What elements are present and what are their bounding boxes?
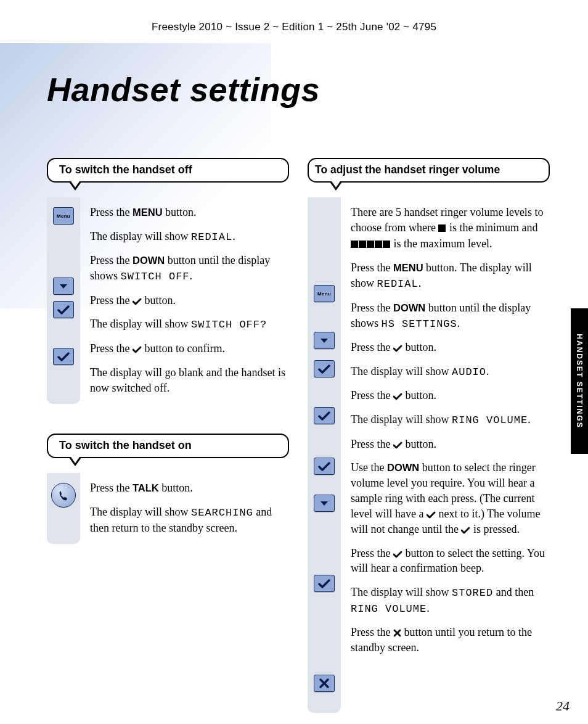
check-button-icon xyxy=(314,575,335,592)
check-button-icon xyxy=(314,360,335,377)
check-icon xyxy=(393,551,402,558)
step-text: Press the TALK button. The display will … xyxy=(80,473,289,544)
menu-button-icon: Menu xyxy=(53,207,74,224)
check-icon xyxy=(133,298,142,305)
callout-pointer-icon xyxy=(69,182,81,191)
section-switch-off: To switch the handset off Menu Press the… xyxy=(47,158,289,404)
section-title: To switch the handset on xyxy=(47,434,289,458)
cross-icon xyxy=(393,629,401,637)
down-button-icon xyxy=(314,495,335,512)
step-text: There are 5 handset ringer volume levels… xyxy=(341,197,550,713)
check-icon xyxy=(393,393,402,400)
side-thumb-tab: HANDSET SETTINGS xyxy=(571,308,588,454)
button-gutter xyxy=(47,473,80,544)
check-icon xyxy=(427,511,436,519)
button-gutter: Menu xyxy=(308,197,341,713)
cross-button-icon xyxy=(314,675,335,692)
section-switch-on: To switch the handset on Press the TALK … xyxy=(47,434,289,544)
section-title: To switch the handset off xyxy=(47,158,289,183)
side-tab-label: HANDSET SETTINGS xyxy=(575,334,584,428)
menu-button-icon: Menu xyxy=(314,285,335,302)
check-button-icon xyxy=(314,407,335,424)
page-title: Handset settings xyxy=(47,70,588,109)
callout-pointer-icon xyxy=(69,458,81,466)
page-header: Freestyle 2010 ~ Issue 2 ~ Edition 1 ~ 2… xyxy=(0,0,588,33)
section-title: To adjust the handset ringer volume xyxy=(308,158,550,183)
check-button-icon xyxy=(53,301,74,318)
volume-max-icon xyxy=(351,237,391,252)
page-number: 24 xyxy=(556,698,570,714)
volume-min-icon xyxy=(438,221,446,236)
check-icon xyxy=(461,527,470,534)
button-gutter: Menu xyxy=(47,197,80,404)
step-text: Press the MENU button. The display will … xyxy=(80,197,289,404)
check-icon xyxy=(133,346,142,353)
check-button-icon xyxy=(314,458,335,475)
check-icon xyxy=(393,442,402,449)
talk-button-icon xyxy=(51,483,76,508)
down-button-icon xyxy=(314,332,335,349)
section-ringer-volume: To adjust the handset ringer volume Menu xyxy=(308,158,550,713)
down-button-icon xyxy=(53,278,74,295)
check-icon xyxy=(393,345,402,352)
callout-pointer-icon xyxy=(330,182,342,191)
check-button-icon xyxy=(53,348,74,365)
